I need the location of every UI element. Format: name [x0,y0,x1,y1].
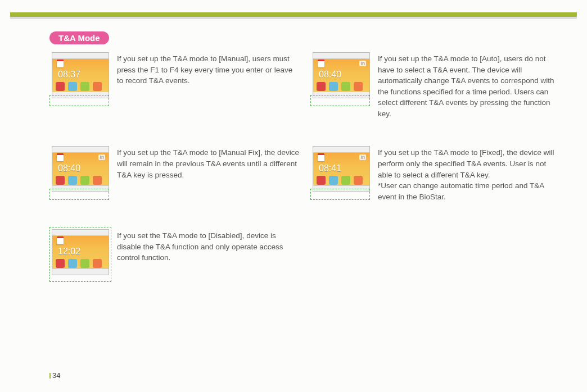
app-icons [317,82,363,91]
thumb-wrap: In 08:40 [52,146,109,202]
thumb-wrap: In 08:40 [313,52,370,119]
description: If you set up the T&A mode to [Fixed], t… [378,146,560,202]
mode-item-manual-fix: In 08:40 If you set up the T&A mode to [… [52,146,299,202]
device-screenshot: In 08:40 [313,52,370,98]
app-icons [56,176,102,185]
mode-item-auto: In 08:40 If you set up the T&A mode to [… [313,52,560,119]
clock-time: 08:41 [319,163,341,174]
calendar-icon [57,60,64,67]
clock-time: 08:40 [58,163,80,174]
top-divider [10,17,577,19]
row-1: 08:37 If you set up the T&A mode to [Man… [52,52,565,119]
calendar-icon [57,153,64,161]
thumb-wrap: 12:02 [52,229,109,275]
row-2: In 08:40 If you set up the T&A mode to [… [52,146,565,202]
mode-item-disabled: 12:02 If you set the T&A mode to [Disabl… [52,229,299,275]
section-title: T&A Mode [49,31,109,44]
description: If you set up the T&A mode to [Manual], … [117,52,299,119]
app-icons [56,82,102,91]
row-3: 12:02 If you set the T&A mode to [Disabl… [52,229,565,275]
description: If you set the T&A mode to [Disabled], d… [117,229,299,275]
description: If you set up the T&A mode to [Manual Fi… [117,146,299,202]
clock-time: 12:02 [58,247,80,257]
in-badge: In [359,154,366,160]
in-badge: In [98,154,105,160]
device-screenshot: In 08:40 [52,146,109,192]
mode-item-manual: 08:37 If you set up the T&A mode to [Man… [52,52,299,119]
calendar-icon [318,60,324,67]
description: If you set up the T&A mode to [Auto], us… [378,52,560,119]
top-accent-bar [10,12,577,17]
in-badge: In [359,61,366,66]
clock-time: 08:40 [319,70,341,80]
content-area: 08:37 If you set up the T&A mode to [Man… [52,52,565,275]
clock-time: 08:37 [58,70,80,80]
device-screenshot: 12:02 [52,229,109,275]
app-icons [56,259,102,268]
calendar-icon [318,153,324,161]
app-icons [317,176,363,185]
mode-item-fixed: In 08:41 If you set up the T&A mode to [… [313,146,560,202]
calendar-icon [57,236,64,244]
thumb-wrap: 08:37 [52,52,109,119]
device-screenshot: In 08:41 [313,146,370,192]
thumb-wrap: In 08:41 [313,146,370,202]
device-screenshot: 08:37 [52,52,109,98]
page-number: 34 [49,371,60,380]
